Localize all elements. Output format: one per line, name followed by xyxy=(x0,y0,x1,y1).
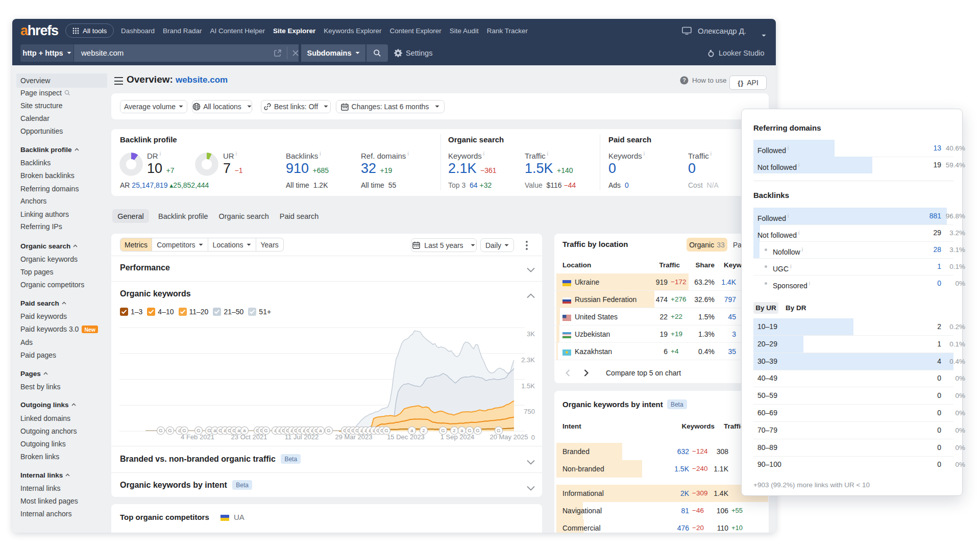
svg-text:a: a xyxy=(410,428,413,433)
svg-text:a: a xyxy=(213,428,216,433)
svg-text:G: G xyxy=(207,428,211,433)
svg-text:G: G xyxy=(197,428,200,433)
svg-text:a: a xyxy=(243,428,246,433)
svg-text:G: G xyxy=(441,428,445,433)
svg-text:G: G xyxy=(182,428,186,433)
svg-text:G: G xyxy=(468,428,471,433)
svg-text:2: 2 xyxy=(422,428,425,433)
svg-text:G: G xyxy=(497,428,500,433)
svg-text:a: a xyxy=(460,428,463,433)
svg-text:G: G xyxy=(159,428,162,433)
svg-text:2: 2 xyxy=(453,428,455,433)
svg-text:a: a xyxy=(237,428,240,433)
svg-text:G: G xyxy=(168,428,172,433)
svg-text:a: a xyxy=(319,428,322,433)
svg-text:G: G xyxy=(327,428,330,433)
svg-text:G: G xyxy=(384,428,388,433)
svg-text:G: G xyxy=(476,428,479,433)
svg-text:G: G xyxy=(264,428,267,433)
svg-text:?: ? xyxy=(682,77,686,83)
